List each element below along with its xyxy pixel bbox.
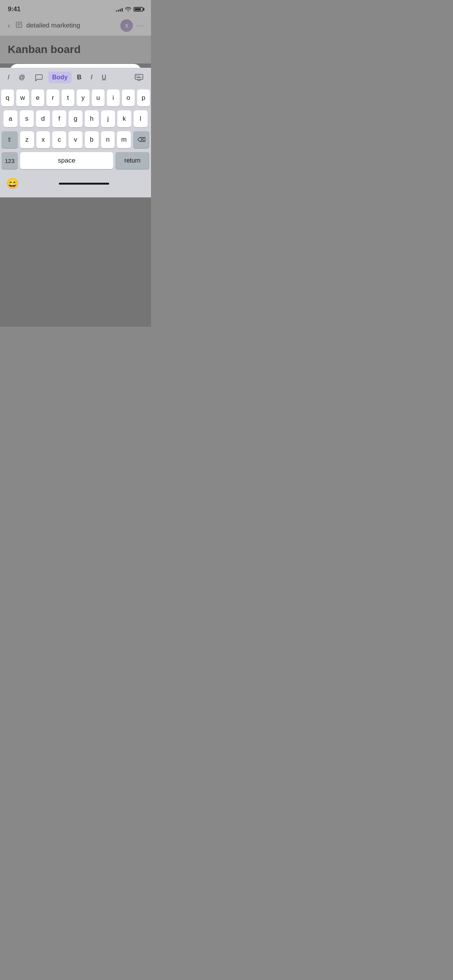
slash-button[interactable]: / [4,72,13,83]
key-a[interactable]: a [3,110,17,127]
keyboard-toolbar-container: / @ Body B I U [0,68,151,197]
key-u[interactable]: u [92,89,105,106]
keyboard-row-2: a s d f g h j k l [2,110,149,127]
italic-button[interactable]: I [87,72,96,83]
key-f[interactable]: f [52,110,66,127]
backspace-key[interactable]: ⌫ [133,131,149,148]
key-l[interactable]: l [134,110,148,127]
bold-button[interactable]: B [73,72,86,83]
shift-key[interactable]: ⇧ [2,131,18,148]
keyboard-toolbar: / @ Body B I U [0,68,151,87]
key-p[interactable]: p [137,89,150,106]
numbers-key[interactable]: 123 [2,152,18,169]
key-b[interactable]: b [85,131,99,148]
underline-button[interactable]: U [98,72,110,83]
key-h[interactable]: h [85,110,99,127]
key-q[interactable]: q [1,89,14,106]
key-s[interactable]: s [20,110,34,127]
body-button[interactable]: Body [48,72,72,83]
key-z[interactable]: z [20,131,34,148]
key-r[interactable]: r [46,89,59,106]
svg-rect-4 [135,74,143,79]
key-o[interactable]: o [122,89,135,106]
key-d[interactable]: d [36,110,50,127]
bottom-bar: 😄 [0,175,151,197]
keyboard-row-3: ⇧ z x c v b n m ⌫ [2,131,149,148]
key-i[interactable]: i [107,89,120,106]
key-n[interactable]: n [101,131,115,148]
key-v[interactable]: v [69,131,82,148]
key-g[interactable]: g [69,110,82,127]
home-indicator-area [23,183,145,185]
keyboard-hide-button[interactable] [131,72,147,83]
at-button[interactable]: @ [15,72,29,83]
key-j[interactable]: j [101,110,115,127]
comment-button[interactable] [31,71,47,84]
key-t[interactable]: t [62,89,74,106]
key-w[interactable]: w [16,89,29,106]
keyboard: q w e r t y u i o p a s d f g h j k l ⇧ … [0,87,151,175]
home-indicator [59,183,109,185]
key-x[interactable]: x [36,131,50,148]
key-k[interactable]: k [117,110,131,127]
key-c[interactable]: c [52,131,66,148]
emoji-button[interactable]: 😄 [6,178,19,190]
key-e[interactable]: e [31,89,44,106]
key-m[interactable]: m [117,131,131,148]
space-key[interactable]: space [20,152,113,169]
keyboard-row-4: 123 space return [2,152,149,169]
key-y[interactable]: y [77,89,89,106]
keyboard-row-1: q w e r t y u i o p [2,89,149,106]
return-key[interactable]: return [115,152,149,169]
